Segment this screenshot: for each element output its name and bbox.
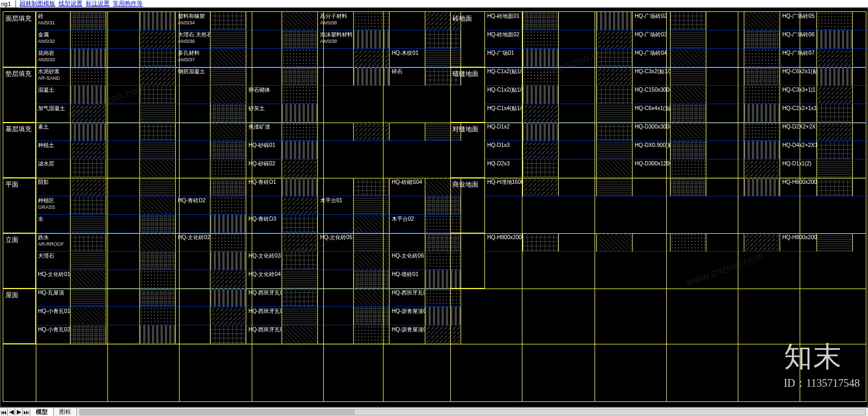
hatch-swatch[interactable] xyxy=(817,12,853,30)
hatch-swatch[interactable] xyxy=(140,196,176,215)
hatch-swatch[interactable] xyxy=(140,30,176,49)
hatch-swatch[interactable] xyxy=(523,159,559,178)
tab-nav-first[interactable]: ⏮ xyxy=(0,409,8,415)
hatch-swatch[interactable] xyxy=(140,307,176,325)
hatch-swatch[interactable] xyxy=(71,86,106,104)
hatch-swatch[interactable] xyxy=(671,67,706,86)
hatch-swatch[interactable] xyxy=(71,12,106,30)
hatch-swatch[interactable] xyxy=(282,30,318,49)
hatch-swatch[interactable] xyxy=(210,215,246,233)
hatch-swatch[interactable] xyxy=(425,289,461,307)
hatch-swatch[interactable] xyxy=(140,233,176,252)
hatch-swatch[interactable] xyxy=(425,307,461,325)
hatch-swatch[interactable] xyxy=(523,49,559,67)
hatch-swatch[interactable] xyxy=(354,178,390,196)
hatch-swatch[interactable] xyxy=(523,86,559,104)
menu-link-0[interactable]: 园林制图模板 xyxy=(20,0,55,8)
hatch-swatch[interactable] xyxy=(140,215,176,233)
hatch-swatch[interactable] xyxy=(523,104,559,123)
hatch-swatch[interactable] xyxy=(671,159,706,178)
hatch-swatch[interactable] xyxy=(744,178,780,196)
hatch-swatch[interactable] xyxy=(140,270,176,289)
hatch-swatch[interactable] xyxy=(354,252,390,270)
hatch-swatch[interactable] xyxy=(597,67,633,86)
hatch-swatch[interactable] xyxy=(282,123,318,141)
hatch-swatch[interactable] xyxy=(71,252,106,270)
hatch-swatch[interactable] xyxy=(744,86,780,104)
hatch-swatch[interactable] xyxy=(282,215,318,233)
menu-link-2[interactable]: 标注设置 xyxy=(86,0,110,8)
hatch-swatch[interactable] xyxy=(282,12,318,30)
hatch-swatch[interactable] xyxy=(671,30,706,49)
hatch-swatch[interactable] xyxy=(282,86,318,104)
hatch-swatch[interactable] xyxy=(71,67,106,86)
hatch-swatch[interactable] xyxy=(523,67,559,86)
hatch-swatch[interactable] xyxy=(597,141,633,159)
hatch-swatch[interactable] xyxy=(140,12,176,30)
tab-nav-next[interactable]: ▶ xyxy=(15,408,23,415)
hatch-swatch[interactable] xyxy=(744,141,780,159)
hatch-swatch[interactable] xyxy=(71,307,106,325)
hatch-swatch[interactable] xyxy=(140,252,176,270)
hatch-swatch[interactable] xyxy=(744,159,780,178)
hatch-swatch[interactable] xyxy=(817,123,853,141)
hatch-swatch[interactable] xyxy=(282,325,318,344)
tab-nav-last[interactable]: ⏭ xyxy=(23,409,30,415)
hatch-swatch[interactable] xyxy=(140,159,176,178)
hatch-swatch[interactable] xyxy=(523,30,559,49)
hatch-swatch[interactable] xyxy=(71,123,106,141)
hatch-swatch[interactable] xyxy=(744,49,780,67)
hatch-swatch[interactable] xyxy=(71,104,106,123)
hatch-swatch[interactable] xyxy=(425,325,461,344)
hatch-swatch[interactable] xyxy=(744,30,780,49)
layout-tab-sheet[interactable]: 图框 xyxy=(54,408,77,416)
hatch-swatch[interactable] xyxy=(523,123,559,141)
hatch-swatch[interactable] xyxy=(671,49,706,67)
hatch-swatch[interactable] xyxy=(671,12,706,30)
hatch-swatch[interactable] xyxy=(282,178,318,196)
hatch-swatch[interactable] xyxy=(210,178,246,196)
hatch-swatch[interactable] xyxy=(282,252,318,270)
hatch-swatch[interactable] xyxy=(282,104,318,123)
hatch-swatch[interactable] xyxy=(140,178,176,196)
hatch-swatch[interactable] xyxy=(817,178,853,196)
hatch-swatch[interactable] xyxy=(817,30,853,49)
hatch-swatch[interactable] xyxy=(210,159,246,178)
hatch-swatch[interactable] xyxy=(71,289,106,307)
drawing-canvas[interactable]: 面层填充砖ANSI31塑料和橡胶ANSI34高分子材料ANSI38金属ANSI3… xyxy=(0,8,868,407)
hatch-swatch[interactable] xyxy=(140,141,176,159)
hatch-swatch[interactable] xyxy=(354,289,390,307)
hatch-swatch[interactable] xyxy=(597,159,633,178)
hatch-swatch[interactable] xyxy=(354,196,390,215)
hatch-swatch[interactable] xyxy=(210,141,246,159)
hatch-swatch[interactable] xyxy=(210,123,246,141)
hatch-swatch[interactable] xyxy=(354,307,390,325)
hatch-swatch[interactable] xyxy=(282,307,318,325)
hatch-swatch[interactable] xyxy=(817,159,853,178)
hatch-swatch[interactable] xyxy=(210,233,246,252)
hatch-swatch[interactable] xyxy=(282,141,318,159)
hatch-swatch[interactable] xyxy=(140,104,176,123)
hatch-swatch[interactable] xyxy=(597,30,633,49)
hatch-swatch[interactable] xyxy=(210,12,246,30)
hatch-swatch[interactable] xyxy=(210,30,246,49)
hatch-swatch[interactable] xyxy=(71,233,106,252)
hatch-swatch[interactable] xyxy=(354,325,390,344)
hatch-swatch[interactable] xyxy=(817,104,853,123)
hatch-swatch[interactable] xyxy=(597,12,633,30)
horizontal-scrollbar[interactable] xyxy=(79,409,866,415)
hatch-swatch[interactable] xyxy=(71,49,106,67)
hatch-swatch[interactable] xyxy=(744,67,780,86)
hatch-swatch[interactable] xyxy=(71,159,106,178)
hatch-swatch[interactable] xyxy=(744,123,780,141)
hatch-swatch[interactable] xyxy=(597,86,633,104)
hatch-swatch[interactable] xyxy=(71,141,106,159)
hatch-swatch[interactable] xyxy=(597,104,633,123)
hatch-swatch[interactable] xyxy=(671,141,706,159)
hatch-swatch[interactable] xyxy=(210,325,246,344)
hatch-swatch[interactable] xyxy=(523,178,559,196)
hatch-swatch[interactable] xyxy=(282,270,318,289)
hatch-swatch[interactable] xyxy=(523,233,559,252)
hatch-swatch[interactable] xyxy=(671,178,706,196)
hatch-swatch[interactable] xyxy=(282,159,318,178)
